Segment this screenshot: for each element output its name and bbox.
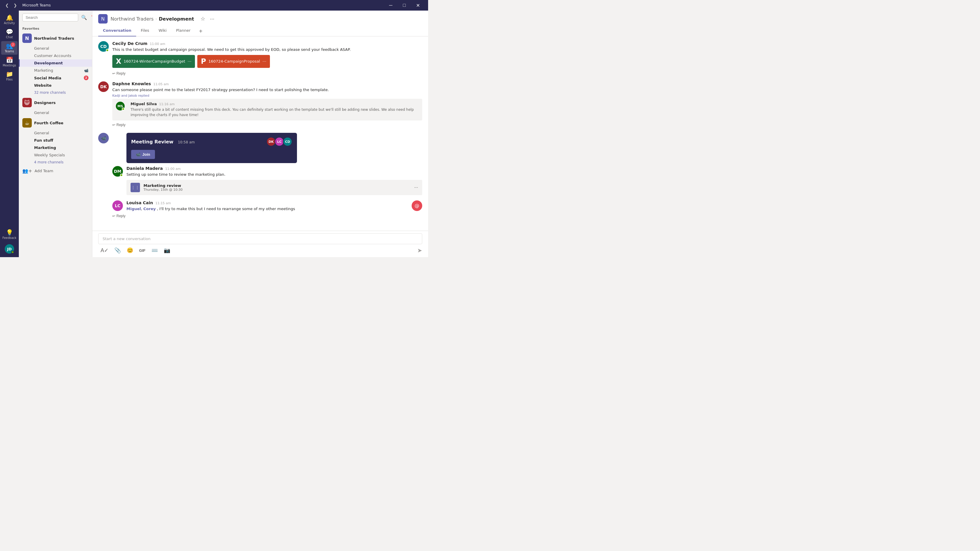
- breadcrumb-separator: ›: [155, 16, 157, 21]
- calendar-more-button[interactable]: ···: [414, 185, 418, 190]
- nav-item-feedback[interactable]: 💡 Feedback: [1, 228, 18, 241]
- nav-item-meetings[interactable]: 📅 Meetings: [1, 55, 18, 69]
- file-powerpoint[interactable]: P 160724-CampaignProposal ···: [197, 55, 270, 68]
- nav-item-files[interactable]: 📁 Files: [1, 69, 18, 83]
- calendar-event-time: Thursday, 15th @ 10:30: [143, 188, 411, 192]
- northwind-logo: N: [22, 33, 32, 43]
- message-row-1: CD Cecily De Crum 11:00 am This is the l…: [98, 41, 422, 77]
- channel-development[interactable]: Development: [19, 59, 92, 67]
- meeting-title: Meeting Review: [131, 139, 173, 144]
- compose-input-placeholder[interactable]: Start a new conversation: [98, 233, 422, 244]
- channel-funstuff[interactable]: Fun stuff: [19, 137, 92, 144]
- calendar-card: ⋮⋮ Marketing review Thursday, 15th @ 10:…: [126, 180, 422, 195]
- channel-general-fc[interactable]: General: [19, 129, 92, 137]
- meeting-row: 📹 Meeting Review 10:58 am DK: [98, 133, 422, 219]
- meeting-participant-avatars: DK LC CD: [266, 137, 292, 146]
- msg1-reply-button[interactable]: ↩ Reply: [112, 70, 126, 77]
- forward-button[interactable]: ❯: [12, 2, 19, 8]
- more-options-button[interactable]: ···: [209, 15, 216, 23]
- titlebar-nav: ❮ ❯: [3, 2, 19, 8]
- channel-marketing-nw[interactable]: Marketing 📹: [19, 67, 92, 74]
- emoji-button[interactable]: 😊: [124, 246, 135, 255]
- meeting-reply-button[interactable]: ↩ Reply: [112, 213, 126, 219]
- cecily-online-dot: [106, 49, 109, 52]
- compose-icon-button[interactable]: ✏️: [90, 14, 92, 21]
- nested-author: Miguel Silva: [130, 102, 157, 106]
- reply-msg-author: Louisa Cain: [126, 200, 153, 205]
- maximize-button[interactable]: □: [398, 0, 411, 11]
- calendar-icon: ⋮⋮: [130, 183, 140, 192]
- file-excel[interactable]: X 160724-WinterCampaignBudget ···: [112, 55, 195, 68]
- activity-label: Activity: [4, 21, 15, 25]
- excel-more-button[interactable]: ···: [188, 59, 191, 64]
- msg2-reply-button[interactable]: ↩ Reply: [112, 122, 126, 128]
- favorite-button[interactable]: ☆: [199, 14, 207, 23]
- window-controls: ─ □ ✕: [384, 0, 425, 11]
- video-join-icon: 📹: [136, 152, 140, 157]
- channel-tabs: Conversation Files Wiki Planner +: [98, 26, 422, 36]
- close-button[interactable]: ✕: [411, 0, 425, 11]
- message-thread-2: DK Daphne Knowles 11:05 am Can someone p…: [98, 81, 422, 129]
- compose-area: Start a new conversation A✓ 📎 😊 GIF ⌨️ 📷…: [92, 231, 428, 257]
- powerpoint-icon: P: [201, 57, 206, 65]
- breadcrumb-team: Northwind Traders: [111, 16, 153, 22]
- nav-item-chat[interactable]: 💬 Chat: [1, 27, 18, 41]
- powerpoint-filename: 160724-CampaignProposal: [208, 59, 260, 64]
- powerpoint-more-button[interactable]: ···: [262, 59, 266, 64]
- sticker-button[interactable]: ⌨️: [149, 246, 160, 255]
- channel-team-logo: N: [98, 14, 108, 24]
- add-team-label: Add Team: [34, 169, 53, 173]
- add-team[interactable]: 👥+ Add Team: [19, 166, 92, 176]
- tab-conversation[interactable]: Conversation: [98, 26, 136, 37]
- main-content: N Northwind Traders › Development ☆ ··· …: [92, 11, 428, 257]
- search-icon-button[interactable]: 🔍: [80, 14, 88, 21]
- team-northwind[interactable]: N Northwind Traders ···: [19, 32, 92, 44]
- message-meta-1: Cecily De Crum 11:00 am: [112, 41, 422, 46]
- channel-customer-accounts[interactable]: Customer Accounts: [19, 52, 92, 59]
- minimize-button[interactable]: ─: [384, 0, 398, 11]
- nav-item-activity[interactable]: 🔔 Activity: [1, 13, 18, 27]
- more-channels-fc[interactable]: 4 more channels: [19, 159, 92, 166]
- at-icon: @: [415, 203, 419, 208]
- meeting-icon-avatar: 📹: [98, 133, 109, 143]
- reply-action-avatar[interactable]: @: [412, 200, 422, 211]
- miguel-online-dot: [122, 108, 125, 111]
- attach-button[interactable]: 📎: [112, 246, 123, 255]
- msg1-time: 11:00 am: [150, 42, 165, 46]
- format-button[interactable]: A✓: [98, 246, 111, 255]
- search-input[interactable]: [22, 14, 78, 21]
- channel-general-designers[interactable]: General: [19, 109, 92, 116]
- participant-avatar-3: CD: [283, 137, 292, 146]
- channel-social-media[interactable]: Social Media 2: [19, 74, 92, 82]
- channel-weekly-specials[interactable]: Weekly Specials: [19, 151, 92, 159]
- user-initials: JD: [7, 247, 12, 251]
- replied-by-2[interactable]: Kadji and Jakob replied: [112, 94, 422, 98]
- meeting-card: Meeting Review 10:58 am DK LC CD: [126, 133, 297, 163]
- nav-item-teams[interactable]: 2 👥 Teams: [1, 41, 18, 55]
- back-button[interactable]: ❮: [3, 2, 11, 8]
- team-designers[interactable]: 😺 Designers ···: [19, 96, 92, 109]
- send-button[interactable]: ➤: [417, 247, 422, 254]
- meeting-time: 10:58 am: [178, 140, 195, 144]
- more-channels-nw[interactable]: 32 more channels: [19, 89, 92, 96]
- msg2-author: Daphne Knowles: [112, 81, 151, 86]
- video-message-button[interactable]: 📷: [161, 246, 173, 255]
- gif-button[interactable]: GIF: [137, 247, 148, 254]
- avatar-daniela: DM: [112, 166, 123, 176]
- tab-add-button[interactable]: +: [195, 26, 206, 36]
- message-meta-2: Daphne Knowles 11:05 am: [112, 81, 422, 86]
- user-avatar[interactable]: JD: [5, 244, 14, 254]
- join-meeting-button[interactable]: 📹 Join: [131, 150, 155, 159]
- user-online-indicator: [11, 251, 14, 254]
- channel-marketing-fc[interactable]: Marketing: [19, 144, 92, 151]
- channel-website[interactable]: Website: [19, 82, 92, 89]
- meeting-header: Meeting Review 10:58 am DK LC CD: [131, 137, 292, 146]
- northwind-name: Northwind Traders: [34, 36, 80, 41]
- designers-logo: 😺: [22, 98, 32, 107]
- channel-general-nw[interactable]: General: [19, 44, 92, 52]
- tab-wiki[interactable]: Wiki: [154, 26, 171, 37]
- tab-planner[interactable]: Planner: [172, 26, 195, 37]
- team-fourthcoffee[interactable]: ☕ Fourth Coffee ···: [19, 116, 92, 129]
- tab-files[interactable]: Files: [136, 26, 154, 37]
- chat-icon: 💬: [6, 29, 13, 35]
